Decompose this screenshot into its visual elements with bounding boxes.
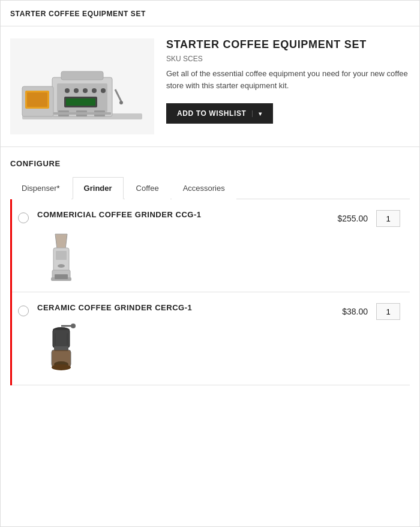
- product-name-ccg1: COMMERICIAL COFFEE GRINDER CCG-1: [37, 210, 202, 219]
- coffee-machine-svg: [16, 41, 148, 131]
- product-thumb-ccg1: [37, 234, 85, 282]
- product-name: STARTER COFFEE EQUIPMENT SET: [166, 38, 410, 51]
- product-row: CERAMIC COFFEE GRINDER CERCG-1 $38.00: [12, 292, 410, 385]
- product-sku: SKU SCES: [166, 55, 410, 63]
- svg-rect-19: [66, 98, 95, 106]
- svg-rect-21: [56, 251, 67, 260]
- add-to-wishlist-button[interactable]: ADD TO WISHLIST ▾: [166, 103, 273, 124]
- page-title-bar: STARTER COFFEE EQUIPMENT SET: [1, 1, 419, 26]
- svg-point-17: [101, 88, 106, 93]
- svg-rect-12: [27, 92, 47, 107]
- svg-point-27: [71, 324, 76, 328]
- tab-dispenser[interactable]: Dispenser*: [10, 177, 71, 199]
- svg-point-14: [74, 88, 79, 93]
- product-qty-cercg1[interactable]: [376, 303, 400, 320]
- product-thumb-cercg1: [37, 327, 85, 375]
- svg-point-13: [65, 88, 70, 93]
- grinder-product-list: COMMERICIAL COFFEE GRINDER CCG-1 $255.00: [10, 199, 410, 385]
- product-radio-ccg1[interactable]: [18, 212, 29, 223]
- product-radio-cercg1[interactable]: [18, 306, 29, 316]
- product-row: COMMERICIAL COFFEE GRINDER CCG-1 $255.00: [12, 199, 410, 292]
- product-price-cercg1: $38.00: [342, 307, 368, 316]
- product-description: Get all of the essential coffee equipmen…: [166, 68, 410, 91]
- svg-rect-8: [61, 71, 103, 80]
- wishlist-chevron-icon: ▾: [252, 110, 262, 117]
- tab-grinder[interactable]: Grinder: [73, 177, 124, 199]
- configure-label: CONFIGURE: [10, 159, 410, 168]
- product-price-ccg1: $255.00: [337, 214, 368, 223]
- svg-point-33: [52, 364, 71, 370]
- svg-point-15: [83, 88, 88, 93]
- tab-coffee[interactable]: Coffee: [125, 177, 170, 199]
- tab-accessories[interactable]: Accessories: [172, 177, 236, 199]
- svg-rect-9: [53, 112, 111, 115]
- product-tabs: Dispenser* Grinder Coffee Accessories: [10, 176, 410, 199]
- svg-rect-24: [55, 274, 68, 279]
- product-content-cercg1: CERAMIC COFFEE GRINDER CERCG-1 $38.00: [37, 303, 400, 375]
- product-name-cercg1: CERAMIC COFFEE GRINDER CERCG-1: [37, 303, 192, 312]
- product-radio-col: [18, 210, 29, 223]
- product-header: STARTER COFFEE EQUIPMENT SET SKU SCES Ge…: [1, 26, 419, 147]
- product-content-ccg1: COMMERICIAL COFFEE GRINDER CCG-1 $255.00: [37, 210, 400, 282]
- configure-section: CONFIGURE Dispenser* Grinder Coffee Acce…: [1, 147, 419, 385]
- page-title: STARTER COFFEE EQUIPMENT SET: [10, 10, 146, 18]
- product-qty-ccg1[interactable]: [376, 210, 400, 227]
- product-image: [10, 38, 154, 134]
- product-details: STARTER COFFEE EQUIPMENT SET SKU SCES Ge…: [166, 38, 410, 124]
- svg-line-6: [115, 89, 121, 101]
- product-radio-col: [18, 303, 29, 316]
- svg-point-7: [119, 101, 123, 104]
- svg-point-16: [92, 88, 97, 93]
- svg-point-25: [58, 264, 65, 268]
